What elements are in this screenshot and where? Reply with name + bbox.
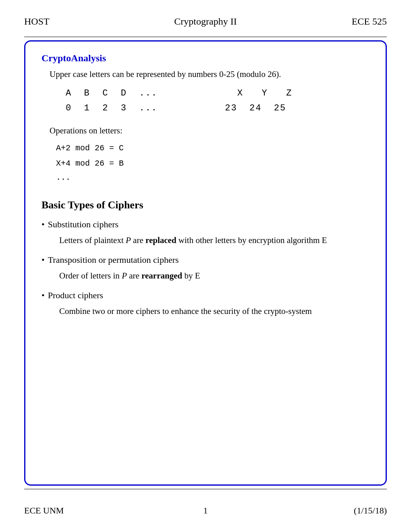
code-table: A B C D ... X Y Z 0 1 2 3 ... 23 24 25 [66, 86, 369, 116]
bullet-item-3: • Product ciphers [42, 289, 369, 302]
numbers-row: 0 1 2 3 ... 23 24 25 [66, 101, 369, 116]
bullet-dot-1: • [42, 218, 45, 231]
basic-types-section: Basic Types of Ciphers • Substitution ci… [42, 186, 369, 325]
cryptoanalysis-title: CryptoAnalysis [42, 53, 369, 64]
bullet-section-3: • Product ciphers Combine two or more ci… [42, 289, 369, 318]
header-right: ECE 525 [266, 16, 387, 27]
bullet-label-2: Transposition or permutation ciphers [48, 254, 179, 266]
replaced-bold: replaced [145, 235, 176, 245]
op1: A+2 mod 26 = C [56, 141, 369, 156]
footer-right: (1/15/18) [266, 505, 387, 516]
top-divider [24, 37, 387, 37]
header-center: Cryptography II [145, 16, 266, 27]
bullet-section-2: • Transposition or permutation ciphers O… [42, 254, 369, 282]
footer-center: 1 [145, 505, 266, 516]
plaintext-italic-2: P [122, 271, 127, 281]
letters-row: A B C D ... X Y Z [66, 86, 369, 101]
bullet-item-1: • Substitution ciphers [42, 218, 369, 231]
header-left: HOST [24, 16, 145, 27]
header: HOST Cryptography II ECE 525 [24, 16, 387, 27]
operations-label: Operations on letters: [50, 126, 369, 136]
bottom-divider [24, 489, 387, 489]
plaintext-italic-1: P [126, 235, 131, 245]
rearranged-bold: rearranged [141, 271, 182, 281]
cryptoanalysis-section: CryptoAnalysis Upper case letters can be… [42, 53, 369, 186]
bullet-sub-1: Letters of plaintext P are replaced with… [59, 234, 369, 247]
footer-left: ECE UNM [24, 505, 145, 516]
bullet-dot-3: • [42, 289, 45, 302]
op2: X+4 mod 26 = B [56, 156, 369, 171]
bullet-section-1: • Substitution ciphers Letters of plaint… [42, 218, 369, 247]
bullet-label-1: Substitution ciphers [48, 218, 118, 231]
footer: ECE UNM 1 (1/15/18) [24, 505, 387, 516]
bullet-label-3: Product ciphers [48, 289, 103, 302]
page: HOST Cryptography II ECE 525 CryptoAnaly… [0, 0, 411, 532]
ellipsis: ... [56, 173, 369, 182]
basic-types-title: Basic Types of Ciphers [42, 199, 369, 211]
bullet-sub-2: Order of letters in P are rearranged by … [59, 270, 369, 283]
bullet-item-2: • Transposition or permutation ciphers [42, 254, 369, 266]
bullet-sub-3: Combine two or more ciphers to enhance t… [59, 305, 369, 318]
bullet-dot-2: • [42, 254, 45, 266]
intro-text: Upper case letters can be represented by… [50, 69, 369, 79]
content-box: CryptoAnalysis Upper case letters can be… [24, 40, 387, 486]
